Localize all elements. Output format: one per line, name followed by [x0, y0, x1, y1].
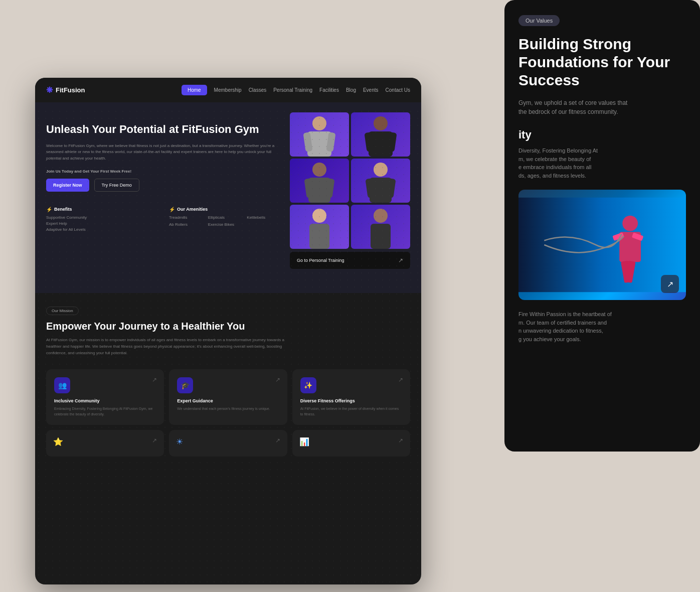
diverse-card-title: Diverse Fitness Offerings — [300, 398, 402, 403]
mission-description: At FitFusion Gym, our mission is to empo… — [46, 337, 297, 356]
svg-point-7 — [312, 116, 326, 130]
back-card-subtitle: Gym, we uphold a set of core values that… — [518, 98, 686, 116]
trainer-image-3 — [290, 159, 349, 203]
back-card-section1-text: Diversity, Fostering Belonging Atm, we c… — [518, 146, 686, 180]
bottom-card-3: 📊 ↗ — [292, 430, 410, 457]
bottom-card-1: ⭐ ↗ — [46, 430, 164, 457]
back-card-section1-title: ity — [518, 128, 686, 141]
amenity-treadmills: Treadmills — [169, 215, 204, 220]
trainer-grid — [290, 112, 410, 249]
nav-link-membership[interactable]: Membership — [214, 87, 242, 93]
diverse-card-arrow[interactable]: ↗ — [398, 376, 403, 383]
back-card-passion-text: Fire Within Passion is the heartbeat ofm… — [518, 310, 686, 343]
mission-badge: Our Mission — [46, 307, 79, 315]
nav-link-contact[interactable]: Contact Us — [386, 87, 410, 93]
benefit-expert: Expert Help — [46, 221, 159, 226]
goto-personal-text: Go to Personal Training — [297, 258, 344, 263]
back-card-image-arrow[interactable]: ↗ — [661, 275, 679, 293]
amenity-ellipticals: Ellipticals — [208, 215, 243, 220]
svg-point-25 — [374, 209, 388, 223]
benefits-title: ⚡ Benefits — [46, 207, 159, 212]
trainer-grid-container: Go to Personal Training ↗ — [290, 112, 410, 283]
try-free-demo-button[interactable]: Try Free Demo — [94, 179, 139, 192]
trainer-image-1 — [290, 112, 349, 157]
nav-link-classes[interactable]: Classes — [249, 87, 267, 93]
expert-card-title: Expert Guidance — [177, 398, 279, 403]
navbar: ❋ FitFusion Home Membership Classes Pers… — [35, 78, 421, 102]
front-card: ❋ FitFusion Home Membership Classes Pers… — [35, 78, 421, 584]
logo-icon: ❋ — [46, 85, 53, 95]
register-now-button[interactable]: Register Now — [46, 179, 89, 192]
inclusive-icon: 👥 — [54, 377, 70, 393]
feature-card-diverse: ✨ ↗ Diverse Fitness Offerings At FitFusi… — [292, 369, 410, 425]
inclusive-card-arrow[interactable]: ↗ — [152, 376, 157, 383]
goto-personal-arrow: ↗ — [398, 257, 403, 264]
hero-section: Unleash Your Potential at FitFusion Gym … — [35, 102, 421, 293]
feature-card-inclusive: 👥 ↗ Inclusive Community Embracing Divers… — [46, 369, 164, 425]
nav-link-events[interactable]: Events — [363, 87, 379, 93]
logo-text: FitFusion — [56, 86, 85, 94]
mission-title: Empower Your Journey to a Healthier You — [46, 320, 410, 332]
feature-cards-grid: 👥 ↗ Inclusive Community Embracing Divers… — [35, 364, 421, 430]
hero-features: ⚡ Benefits Supportive Community Expert H… — [46, 207, 282, 233]
benefit-supportive: Supportive Community — [46, 215, 159, 220]
nav-link-blog[interactable]: Blog — [346, 87, 356, 93]
svg-point-11 — [374, 116, 388, 130]
amenity-ab-rollers: Ab Rollers — [169, 222, 204, 227]
hero-buttons: Register Now Try Free Demo — [46, 179, 282, 192]
hero-description: Welcome to FitFusion Gym, where we belie… — [46, 143, 282, 162]
bottom-card-1-icon: ⭐ — [53, 437, 157, 447]
amenities-title: ⚡ Our Amenities — [169, 207, 282, 212]
goto-personal-training[interactable]: Go to Personal Training ↗ — [290, 252, 410, 269]
nav-link-facilities[interactable]: Facilities — [319, 87, 339, 93]
expert-card-arrow[interactable]: ↗ — [275, 376, 280, 383]
bolt-icon-amenities: ⚡ — [169, 207, 175, 212]
trainer-image-6 — [351, 205, 410, 249]
our-values-badge: Our Values — [518, 15, 560, 26]
bottom-card-2-arrow[interactable]: ↗ — [275, 437, 280, 444]
back-card: Our Values Building Strong Foundations f… — [504, 0, 700, 452]
trainer-image-4 — [351, 159, 410, 203]
svg-rect-24 — [309, 224, 329, 249]
benefits-column: ⚡ Benefits Supportive Community Expert H… — [46, 207, 159, 233]
bottom-card-3-arrow[interactable]: ↗ — [398, 437, 403, 444]
svg-point-19 — [374, 163, 388, 177]
diverse-icon: ✨ — [300, 377, 316, 393]
nav-link-home[interactable]: Home — [182, 85, 207, 95]
bottom-card-2: ☀ ↗ — [169, 430, 287, 457]
inclusive-card-title: Inclusive Community — [54, 398, 156, 403]
mission-section: Our Mission Empower Your Journey to a He… — [35, 293, 421, 364]
svg-rect-26 — [371, 224, 391, 249]
bottom-card-1-arrow[interactable]: ↗ — [152, 437, 157, 444]
expert-card-desc: We understand that each person's fitness… — [177, 406, 279, 412]
svg-point-1 — [622, 216, 638, 231]
bottom-card-2-icon: ☀ — [176, 437, 280, 447]
amenities-column: ⚡ Our Amenities Treadmills Ellipticals K… — [169, 207, 282, 233]
trainer-image-2 — [351, 112, 410, 157]
nav-logo: ❋ FitFusion — [46, 85, 85, 95]
bottom-cards-grid: ⭐ ↗ ☀ ↗ 📊 ↗ — [35, 430, 421, 462]
nav-links: Home Membership Classes Personal Trainin… — [182, 85, 410, 95]
back-card-title: Building Strong Foundations for Your Suc… — [518, 35, 686, 89]
nav-link-personal-training[interactable]: Personal Training — [273, 87, 312, 93]
hero-left: Unleash Your Potential at FitFusion Gym … — [46, 112, 282, 283]
inclusive-card-desc: Embracing Diversity, Fostering Belonging… — [54, 406, 156, 417]
benefit-adaptive: Adaptive for All Levels — [46, 227, 159, 232]
amenity-exercise-bikes: Exercise Bikes — [208, 222, 243, 227]
bolt-icon-benefits: ⚡ — [46, 207, 52, 212]
svg-point-15 — [312, 163, 326, 177]
back-card-fitness-image: ↗ — [518, 190, 686, 300]
feature-card-expert: 🎓 ↗ Expert Guidance We understand that e… — [169, 369, 287, 425]
diverse-card-desc: At FitFusion, we believe in the power of… — [300, 406, 402, 417]
svg-point-23 — [312, 209, 326, 223]
amenity-kettlebells: Kettlebells — [247, 215, 282, 220]
bottom-card-3-icon: 📊 — [299, 437, 403, 447]
trainer-image-5 — [290, 205, 349, 249]
hero-title: Unleash Your Potential at FitFusion Gym — [46, 122, 282, 137]
expert-icon: 🎓 — [177, 377, 193, 393]
hero-cta-text: Join Us Today and Get Your First Week Fr… — [46, 169, 282, 174]
